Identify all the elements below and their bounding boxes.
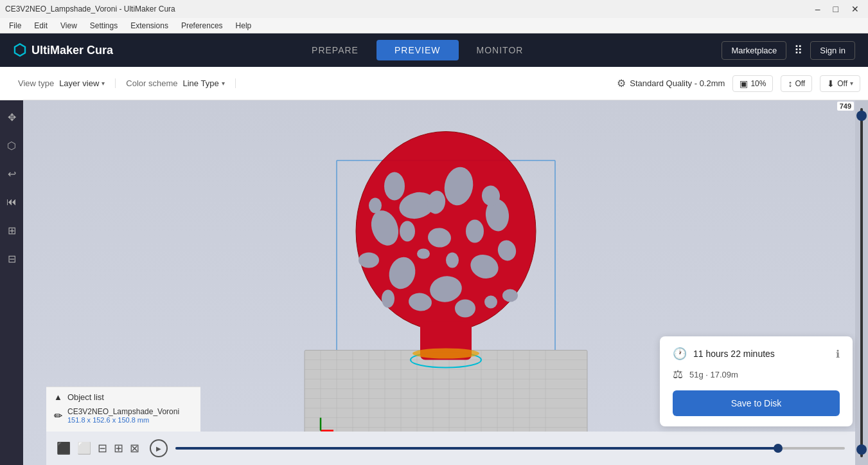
support-icon: ↕ [788,78,792,89]
signin-button[interactable]: Sign in [810,41,855,60]
color-scheme-chevron: ▾ [222,80,225,87]
left-sidebar: ✥ ⬡ ↩ ⏮ ⊞ ⊟ [0,100,23,465]
layer-slider-track[interactable] [860,108,863,457]
layer-slider[interactable]: 749 [855,100,868,465]
header: ⬡ UltiMaker Cura PREPARE PREVIEW MONITOR… [0,33,868,67]
quality-label: Standard Quality - 0.2mm [630,78,725,88]
infill-icon: ▣ [740,78,748,89]
object-dimensions: 151.8 x 152.6 x 150.8 mm [67,416,179,424]
object-list-title: Object list [67,392,104,402]
object-list-header[interactable]: ▲ Object list [54,392,193,402]
toolbar: View type Layer view ▾ Color scheme Line… [0,67,868,100]
minimize-button[interactable]: – [811,3,824,15]
select-icon[interactable]: ⬡ [3,136,21,154]
undo-icon[interactable]: ↩ [3,165,21,183]
apps-grid-icon[interactable]: ⠿ [794,43,802,57]
svg-point-46 [455,300,475,318]
svg-point-39 [384,172,405,201]
menu-edit[interactable]: Edit [28,20,54,32]
time-label: 11 hours 22 minutes [693,349,775,359]
sliders-icon: ⚙ [617,77,626,89]
adhesion-item[interactable]: ⬇ Off ▾ [820,75,860,92]
title-bar: CE3V2NEO_Lampshade_Voroni - UltiMaker Cu… [0,0,868,18]
svg-point-50 [369,198,382,214]
main-area: ✥ ⬡ ↩ ⏮ ⊞ ⊟ [0,100,868,465]
view-type-chevron: ▾ [102,80,105,87]
marketplace-button[interactable]: Marketplace [722,41,786,60]
cube-split-icon[interactable]: ⊟ [98,441,107,455]
tab-preview[interactable]: PREVIEW [376,40,459,60]
cube-outline-icon[interactable]: ⬜ [77,441,91,455]
edit-icon: ✏ [54,410,62,422]
title-bar-left: CE3V2NEO_Lampshade_Voroni - UltiMaker Cu… [5,5,175,14]
restore-button[interactable]: □ [829,3,842,15]
support-percent-value: 10% [750,79,766,88]
save-to-disk-button[interactable]: Save to Disk [673,390,840,416]
app-logo: ⬡ UltiMaker Cura [13,41,113,59]
layer-progress-thumb[interactable] [774,444,783,453]
menu-extensions[interactable]: Extensions [124,20,175,32]
color-scheme-select[interactable]: Line Type ▾ [182,78,224,88]
move-icon[interactable]: ✥ [3,108,21,126]
quality-settings-button[interactable]: ⚙ Standard Quality - 0.2mm [617,77,725,89]
model-scene [221,100,671,465]
svg-point-51 [446,253,459,268]
adhesion-icon: ⬇ [827,78,835,89]
menu-bar: File Edit View Settings Extensions Prefe… [0,18,868,33]
menu-preferences[interactable]: Preferences [175,20,229,32]
svg-point-48 [400,221,415,242]
adhesion-chevron: ▾ [850,80,853,87]
object-name: CE3V2NEO_Lampshade_Voroni [67,407,179,416]
layer-slider-thumb-bottom[interactable] [856,444,867,455]
close-button[interactable]: ✕ [847,3,863,15]
support-label: Off [795,79,805,88]
play-step-icon[interactable]: ⏮ [3,193,21,211]
viewport: 749 ▲ Object list ✏ CE3V2NEO_Lampshade_V… [23,100,868,465]
color-scheme-label: Color scheme [126,78,177,88]
object-split-icon[interactable]: ⊞ [3,221,21,239]
bottom-bar: ⬛ ⬜ ⊟ ⊞ ⊠ ▶ [46,432,855,465]
color-scheme-value: Line Type [182,78,218,88]
support-sidebar-icon[interactable]: ⊟ [3,250,21,268]
adhesion-label: Off [837,79,847,88]
logo-icon: ⬡ [13,41,26,59]
menu-file[interactable]: File [3,20,28,32]
playback-area: ▶ [150,439,845,457]
layer-number: 749 [837,102,854,111]
play-button[interactable]: ▶ [150,439,168,457]
weight-label: 51g · 17.09m [689,370,738,379]
info-button[interactable]: ℹ [836,348,840,360]
title-bar-controls: – □ ✕ [811,3,863,15]
view-type-label: View type [18,78,54,88]
view-type-value: Layer view [59,78,99,88]
cube-solid-icon[interactable]: ⬛ [57,441,71,455]
object-list-panel: ▲ Object list ✏ CE3V2NEO_Lampshade_Voron… [46,387,200,432]
view-type-group: View type Layer view ▾ [8,78,116,88]
tab-prepare[interactable]: PREPARE [294,40,376,60]
nav-tabs: PREPARE PREVIEW MONITOR [294,40,541,60]
menu-help[interactable]: Help [229,20,258,32]
logo-text: UltiMaker Cura [31,44,113,57]
svg-point-44 [359,253,379,268]
support-bottom-icon[interactable]: ⊠ [130,441,139,455]
time-row: 🕐 11 hours 22 minutes ℹ [673,347,840,361]
svg-point-49 [502,289,518,302]
svg-point-54 [382,290,394,308]
svg-point-41 [466,220,484,243]
layer-slider-thumb-top[interactable] [856,111,867,121]
layer-progress-track[interactable] [175,447,845,450]
header-right: Marketplace ⠿ Sign in [722,41,855,60]
svg-point-55 [412,349,479,359]
tab-monitor[interactable]: MONITOR [459,40,542,60]
quality-section: ⚙ Standard Quality - 0.2mm ▣ 10% ↕ Off ⬇… [617,75,860,92]
view-type-select[interactable]: Layer view ▾ [59,78,105,88]
support-item[interactable]: ↕ Off [781,75,812,92]
cube-open-icon[interactable]: ⊞ [114,441,123,455]
weight-row: ⚖ 51g · 17.09m [673,367,840,381]
color-scheme-group: Color scheme Line Type ▾ [116,78,235,88]
svg-point-52 [417,249,430,259]
support-percent-item[interactable]: ▣ 10% [732,75,773,92]
menu-view[interactable]: View [54,20,84,32]
menu-settings[interactable]: Settings [84,20,124,32]
clock-icon: 🕐 [673,347,687,361]
